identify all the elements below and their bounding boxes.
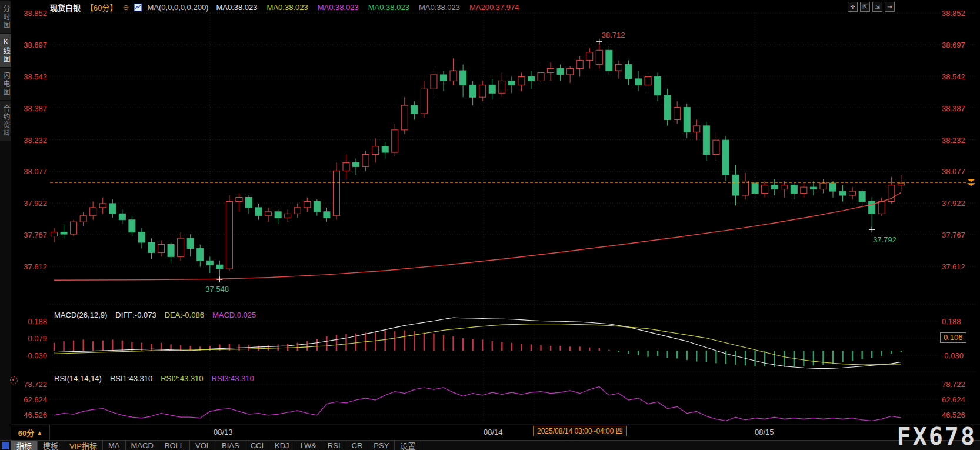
indicator-tab-1[interactable]: 指标 [11, 441, 38, 450]
chart-header: 现货白银 【60分】 ⊖ MA(0,0,0,0,0,200) MA0:38.02… [50, 2, 519, 12]
price-axis-label-right-4: 38.387 [942, 104, 975, 113]
price-axis-label-left-4: 38.387 [14, 104, 47, 113]
x-axis-date-1: 08/13 [214, 428, 233, 436]
trading-app: { "sidebar": {"items": [ {"label": "分时图"… [0, 0, 980, 450]
indicator-tab-13[interactable]: CR [346, 441, 369, 450]
rsi-line [54, 386, 901, 421]
ma-value-4: MA0:38.023 [368, 3, 409, 12]
extreme-marker-icon [869, 226, 875, 232]
macd-axis-label-right-3: -0.030 [942, 351, 975, 360]
price-axis-label-right-8: 37.767 [942, 231, 975, 239]
rsi-axis-label-left-3: 46.526 [14, 411, 47, 419]
candles-group [51, 42, 905, 280]
ma-value-2: MA0:38.023 [267, 3, 308, 12]
selected-candle-time: 2025/08/14 03:00~04:00 四 [533, 426, 627, 436]
price-axis-label-left-1: 38.852 [14, 9, 47, 18]
indicator-tab-3[interactable]: VIP指标 [64, 441, 103, 450]
indicator-settings-icon[interactable] [10, 376, 18, 384]
price-axis-label-right-2: 38.697 [942, 41, 975, 49]
sidebar-item-4[interactable]: 合约资料 [0, 101, 11, 141]
axis-shift-icon[interactable]: ⇥ [885, 2, 895, 12]
rsi-axis-label-right-1: 78.722 [942, 380, 975, 389]
rsi-header: RSI(14,14,14) RSI1:43.310 RSI2:43.310 RS… [54, 374, 254, 383]
indicator-tab-4[interactable]: MA [103, 441, 126, 450]
indicator-tab-5[interactable]: MACD [126, 441, 159, 450]
indicator-tab-10[interactable]: KDJ [269, 441, 295, 450]
price-axis-label-right-1: 38.852 [942, 9, 975, 18]
price-annotation-3: 37.792 [873, 235, 896, 244]
ma-value-3: MA0:38.023 [318, 3, 359, 12]
ma-value-6: MA200:37.974 [469, 3, 519, 12]
rsi1-value: RSI1:43.310 [110, 374, 152, 383]
watermark-logo: FX678 [897, 423, 976, 450]
pan-icon[interactable]: ✛ [848, 2, 858, 12]
axis-scale-left-icon[interactable]: ⇱ [860, 2, 870, 12]
rsi-axis-label-right-2: 62.624 [942, 395, 975, 404]
price-axis-label-left-9: 37.612 [14, 262, 47, 271]
ma-values: MA0:38.023MA0:38.023MA0:38.023MA0:38.023… [214, 3, 519, 12]
ma-value-5: MA0:38.023 [419, 3, 460, 12]
mini-chart-icon [134, 4, 142, 11]
price-axis-label-left-6: 38.077 [14, 167, 47, 176]
indicator-tab-6[interactable]: BOLL [159, 441, 190, 450]
symbol-name: 现货白银 [50, 2, 81, 13]
macd-crosshair-value: 0.106 [940, 332, 966, 343]
price-marker-icon [967, 179, 975, 186]
extreme-marker-icon [216, 276, 222, 282]
ma200-line [54, 192, 901, 280]
collapse-icon[interactable]: ⊖ [122, 3, 129, 12]
view-sidebar: 分时图K线图闪电图合约资料 [0, 0, 11, 450]
macd-header: MACD(26,12,9) DIFF:-0.073 DEA:-0.086 MAC… [54, 311, 256, 319]
price-axis-label-right-6: 38.077 [942, 167, 975, 176]
indicator-tab-8[interactable]: BIAS [216, 441, 245, 450]
macd-axis-label-left-2: 0.079 [14, 334, 47, 343]
indicator-tab-14[interactable]: PSY [368, 441, 395, 450]
price-annotation-2: 37.548 [205, 285, 229, 294]
sidebar-item-3[interactable]: 闪电图 [0, 68, 11, 100]
macd-axis-label-left-3: -0.030 [14, 351, 47, 360]
x-axis-date-3: 08/15 [755, 428, 774, 436]
period-label[interactable]: 【60分】 [86, 2, 117, 13]
ma-value-1: MA0:38.023 [216, 3, 257, 12]
x-axis-date-2: 08/14 [484, 428, 503, 436]
rsi2-value: RSI2:43.310 [161, 374, 203, 383]
axis-scale-right-icon[interactable]: ⇲ [872, 2, 882, 12]
chart-tool-icons: ✛⇱⇲⇥ [848, 2, 895, 12]
macd-histogram [54, 330, 901, 367]
sidebar-item-1[interactable]: 分时图 [0, 1, 11, 33]
ma-settings: MA(0,0,0,0,0,200) [147, 3, 208, 12]
price-axis-label-left-7: 37.922 [14, 199, 47, 208]
macd-macd-value: MACD:0.025 [212, 311, 256, 319]
indicator-tab-11[interactable]: LW& [295, 441, 322, 450]
chevron-up-icon: ▲ [36, 429, 42, 436]
indicator-tab-12[interactable]: RSI [322, 441, 346, 450]
extreme-marker-icon [596, 39, 602, 45]
macd-title[interactable]: MACD(26,12,9) [54, 311, 107, 319]
macd-dea-value: DEA:-0.086 [165, 311, 204, 319]
macd-axis-label-left-1: 0.188 [14, 317, 47, 326]
rsi-axis-label-left-2: 62.624 [14, 395, 47, 404]
grid-icon[interactable] [2, 442, 9, 449]
indicator-tab-9[interactable]: CCI [245, 441, 269, 450]
indicator-toolbar: 指标模板VIP指标MAMACDBOLLVOLBIASCCIKDJLW&RSICR… [0, 440, 980, 450]
macd-axis-label-right-1: 0.188 [942, 317, 975, 326]
price-axis-label-left-2: 38.697 [14, 41, 47, 49]
price-axis-label-left-3: 38.542 [14, 72, 47, 81]
rsi-axis-label-left-1: 78.722 [14, 380, 47, 389]
price-axis-label-left-5: 38.232 [14, 136, 47, 145]
indicator-tab-7[interactable]: VOL [190, 441, 216, 450]
timeframe-label: 60分 [18, 427, 34, 438]
price-annotation-1: 38.712 [602, 31, 625, 39]
indicator-tab-2[interactable]: 模板 [38, 441, 64, 450]
macd-diff-value: DIFF:-0.073 [115, 311, 156, 319]
price-axis-label-right-5: 38.232 [942, 136, 975, 145]
sidebar-item-2[interactable]: K线图 [0, 34, 11, 67]
indicator-tab-15[interactable]: 设置 [395, 441, 421, 450]
rsi-title[interactable]: RSI(14,14,14) [54, 374, 102, 383]
price-axis-label-right-9: 37.612 [942, 262, 975, 271]
rsi-axis-label-right-3: 46.526 [942, 411, 975, 419]
timeframe-selector[interactable]: 60分 ▲ [11, 425, 50, 440]
price-axis-label-right-7: 37.922 [942, 199, 975, 208]
price-axis-label-right-3: 38.542 [942, 72, 975, 81]
rsi3-value: RSI3:43.310 [212, 374, 254, 383]
